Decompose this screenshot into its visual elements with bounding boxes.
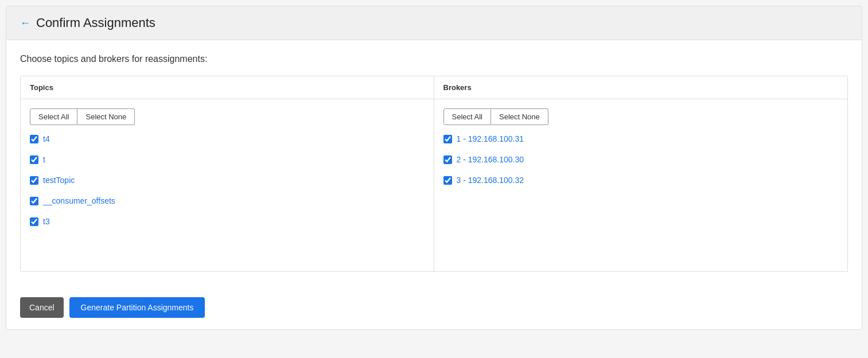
topic-item-t4: t4 — [30, 134, 425, 143]
topic-checkbox-t4[interactable] — [30, 135, 38, 143]
topic-label-t3[interactable]: t3 — [43, 217, 50, 226]
page-title: Confirm Assignments — [36, 15, 155, 30]
broker-item-2: 2 - 192.168.100.30 — [443, 155, 839, 164]
topics-select-buttons: Select All Select None — [30, 108, 425, 125]
broker-checkbox-2[interactable] — [443, 155, 452, 164]
page-header: ← Confirm Assignments — [6, 6, 862, 40]
page-content: Choose topics and brokers for reassignme… — [6, 40, 862, 286]
brokers-select-none-button[interactable]: Select None — [491, 108, 548, 125]
broker-item-3: 3 - 192.168.100.32 — [443, 176, 839, 185]
broker-label-3[interactable]: 3 - 192.168.100.32 — [457, 176, 524, 185]
topics-column: Select All Select None t4 t testTopic — [21, 99, 434, 271]
topic-label-t4[interactable]: t4 — [43, 134, 50, 143]
columns-body: Select All Select None t4 t testTopic — [21, 99, 847, 271]
broker-checkbox-3[interactable] — [443, 176, 452, 185]
topic-item-testTopic: testTopic — [30, 176, 425, 185]
topics-header-label: Topics — [21, 76, 434, 99]
topic-checkbox-t3[interactable] — [30, 217, 38, 226]
brokers-select-buttons: Select All Select None — [443, 108, 839, 125]
columns-wrapper: Topics Brokers Select All Select None t4 — [20, 76, 848, 272]
cancel-button[interactable]: Cancel — [20, 297, 64, 318]
brokers-column: Select All Select None 1 - 192.168.100.3… — [434, 99, 848, 271]
topic-label-consumer-offsets[interactable]: __consumer_offsets — [43, 196, 115, 205]
topics-select-all-button[interactable]: Select All — [30, 108, 77, 125]
brokers-select-all-button[interactable]: Select All — [443, 108, 491, 125]
generate-partition-assignments-button[interactable]: Generate Partition Assignments — [69, 297, 205, 318]
broker-checkbox-1[interactable] — [443, 135, 452, 143]
broker-label-1[interactable]: 1 - 192.168.100.31 — [457, 134, 524, 143]
topics-select-none-button[interactable]: Select None — [77, 108, 135, 125]
topic-item-t3: t3 — [30, 217, 425, 226]
topic-checkbox-testTopic[interactable] — [30, 176, 38, 185]
topic-item-consumer-offsets: __consumer_offsets — [30, 196, 425, 205]
topic-checkbox-t[interactable] — [30, 155, 38, 164]
page-wrapper: ← Confirm Assignments Choose topics and … — [6, 6, 862, 330]
broker-label-2[interactable]: 2 - 192.168.100.30 — [457, 155, 524, 164]
back-arrow-icon[interactable]: ← — [20, 17, 30, 29]
broker-item-1: 1 - 192.168.100.31 — [443, 134, 839, 143]
brokers-header-label: Brokers — [434, 76, 848, 99]
topic-label-t[interactable]: t — [43, 155, 45, 164]
topic-label-testTopic[interactable]: testTopic — [43, 176, 75, 185]
page-subtitle: Choose topics and brokers for reassignme… — [20, 54, 848, 64]
page-footer: Cancel Generate Partition Assignments — [6, 286, 862, 329]
topic-item-t: t — [30, 155, 425, 164]
columns-header: Topics Brokers — [21, 76, 847, 99]
topic-checkbox-consumer-offsets[interactable] — [30, 197, 38, 205]
